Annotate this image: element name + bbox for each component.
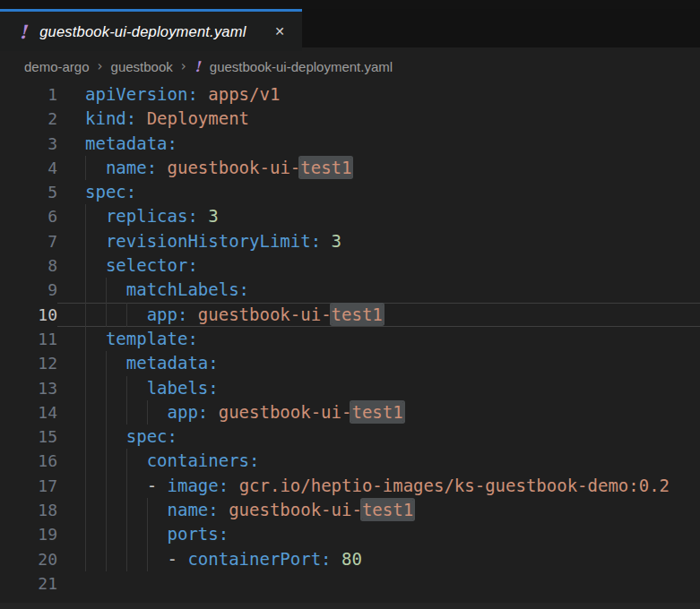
code-line[interactable]: name: guestbook-ui-test1 <box>57 156 700 180</box>
code-line[interactable]: containers: <box>57 449 700 473</box>
indent-guide <box>126 498 127 522</box>
tab-filename: guestbook-ui-deployment.yaml <box>39 23 263 40</box>
line-number: 4 <box>0 156 57 180</box>
code-line[interactable]: metadata: <box>57 351 700 375</box>
line-number: 6 <box>0 204 57 228</box>
indent-guide <box>126 474 127 498</box>
token-str: guestbook-ui- <box>168 158 301 177</box>
token-key: selector: <box>106 255 198 275</box>
indent-guide <box>147 498 148 522</box>
tab-close-icon[interactable]: ✕ <box>270 21 290 41</box>
token-key: app: <box>147 304 188 324</box>
indent-guide <box>85 400 86 425</box>
code-line[interactable]: selector: <box>57 253 700 278</box>
line-number: 9 <box>0 278 57 302</box>
code-line[interactable]: - image: gcr.io/heptio-images/ks-guestbo… <box>57 474 700 498</box>
line-number: 5 <box>0 180 57 204</box>
token-key: app: <box>168 402 209 422</box>
code-line[interactable]: apiVersion: apps/v1 <box>57 82 700 107</box>
code-line-row: 6 replicas: 3 <box>0 204 700 228</box>
code-line-row: 13 labels: <box>0 376 700 400</box>
token-ws <box>85 450 147 470</box>
code-line[interactable]: spec: <box>57 180 700 204</box>
indent-guide <box>106 547 107 571</box>
code-line-row: 4 name: guestbook-ui-test1 <box>0 156 700 180</box>
code-line[interactable]: name: guestbook-ui-test1 <box>57 498 700 522</box>
breadcrumb-item-file[interactable]: guestbook-ui-deployment.yaml <box>210 59 393 74</box>
editor-tab-active[interactable]: ! guestbook-ui-deployment.yaml ✕ <box>0 9 302 51</box>
token-num: 80 <box>341 549 362 569</box>
token-ws <box>85 378 147 398</box>
token-ws <box>85 158 106 177</box>
code-line[interactable]: kind: Deployment <box>57 107 700 131</box>
indent-guide <box>85 204 86 228</box>
indent-guide <box>126 547 127 571</box>
code-line[interactable]: revisionHistoryLimit: 3 <box>57 229 700 253</box>
line-number: 8 <box>0 253 57 278</box>
token-ws <box>187 304 197 324</box>
breadcrumb: demo-argo › guestbook › ! guestbook-ui-d… <box>0 51 700 82</box>
line-number: 7 <box>0 229 57 253</box>
code-line-row: 8 selector: <box>0 253 700 278</box>
indent-guide <box>85 156 86 180</box>
token-key: kind: <box>85 108 136 128</box>
token-str: guestbook-ui- <box>219 402 352 422</box>
indent-guide <box>126 400 127 425</box>
code-line[interactable]: app: guestbook-ui-test1 <box>57 400 700 425</box>
token-hl: test1 <box>362 500 413 519</box>
token-ws <box>198 206 208 226</box>
token-ws <box>85 304 147 324</box>
line-number: 1 <box>0 82 57 107</box>
code-line-row: 9 matchLabels: <box>0 278 700 302</box>
code-line-row: 2kind: Deployment <box>0 107 700 131</box>
code-line[interactable]: template: <box>57 327 700 351</box>
indent-guide <box>106 522 107 546</box>
line-number: 19 <box>0 522 57 546</box>
indent-guide <box>85 303 86 327</box>
token-str: apps/v1 <box>208 84 280 104</box>
token-hl: test1 <box>332 304 383 324</box>
code-line[interactable]: labels: <box>57 376 700 400</box>
token-key: template: <box>106 329 198 348</box>
token-key: metadata: <box>126 353 219 373</box>
window-bottom-edge <box>0 603 700 609</box>
indent-guide <box>106 400 107 425</box>
titlebar-strip <box>0 0 700 9</box>
token-ws <box>85 329 106 348</box>
token-key: name: <box>168 500 219 519</box>
breadcrumb-item-folder1[interactable]: demo-argo <box>24 59 90 74</box>
token-ws <box>85 231 106 251</box>
token-key: spec: <box>85 182 136 202</box>
code-line[interactable]: ports: <box>57 522 700 546</box>
code-line[interactable]: app: guestbook-ui-test1 <box>57 303 700 327</box>
indent-guide <box>126 303 127 327</box>
token-ws <box>136 108 146 128</box>
breadcrumb-item-folder2[interactable]: guestbook <box>111 59 173 74</box>
file-warning-icon: ! <box>19 22 27 41</box>
token-ws <box>321 231 331 251</box>
indent-guide <box>85 351 86 375</box>
token-key: revisionHistoryLimit: <box>106 231 321 251</box>
indent-guide <box>106 449 107 473</box>
code-line-row: 19 ports: <box>0 522 700 546</box>
code-line[interactable]: replicas: 3 <box>57 204 700 228</box>
indent-guide <box>106 278 107 302</box>
indent-guide <box>85 449 86 473</box>
file-warning-icon: ! <box>194 58 201 75</box>
code-line-row: 17 - image: gcr.io/heptio-images/ks-gues… <box>0 474 700 498</box>
indent-guide <box>85 229 86 253</box>
token-key: containers: <box>147 450 260 470</box>
code-line-row: 15 spec: <box>0 425 700 449</box>
code-line[interactable]: metadata: <box>57 132 700 156</box>
indent-guide <box>106 474 107 498</box>
code-line[interactable]: - containerPort: 80 <box>57 547 700 571</box>
code-line[interactable]: spec: <box>57 425 700 449</box>
code-line-row: 1apiVersion: apps/v1 <box>0 82 700 107</box>
indent-guide <box>147 547 148 571</box>
code-line[interactable]: matchLabels: <box>57 278 700 302</box>
line-number: 12 <box>0 351 57 375</box>
indent-guide <box>147 522 148 546</box>
token-ws <box>219 500 229 519</box>
code-line[interactable] <box>57 571 700 596</box>
token-ws <box>208 402 218 422</box>
